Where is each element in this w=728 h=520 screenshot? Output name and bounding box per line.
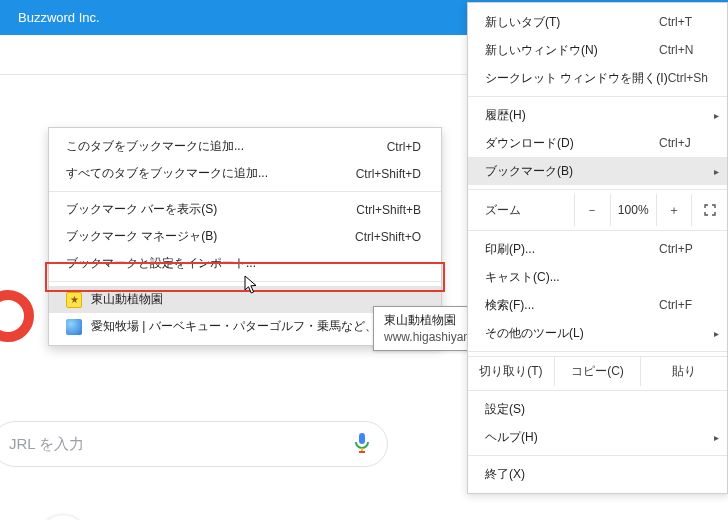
search-input[interactable]: JRL を入力 bbox=[0, 421, 388, 467]
menu-item-paste[interactable]: 貼り bbox=[641, 357, 727, 386]
menu-item-new-window[interactable]: 新しいウィンドウ(N) Ctrl+N bbox=[468, 36, 727, 64]
zoom-in-button[interactable]: ＋ bbox=[656, 194, 692, 226]
favicon-aichi bbox=[66, 319, 82, 335]
mic-icon[interactable] bbox=[353, 431, 371, 458]
mouse-cursor-icon bbox=[244, 275, 258, 295]
menu-separator bbox=[468, 455, 727, 456]
add-shortcut-button[interactable]: + bbox=[40, 515, 86, 520]
menu-separator bbox=[468, 351, 727, 352]
menu-item-bookmark-manager[interactable]: ブックマーク マネージャ(B) Ctrl+Shift+O bbox=[49, 223, 441, 250]
chrome-main-menu: 新しいタブ(T) Ctrl+T 新しいウィンドウ(N) Ctrl+N シークレッ… bbox=[467, 2, 728, 494]
menu-item-zoom: ズーム － 100% ＋ bbox=[468, 194, 727, 226]
menu-separator bbox=[49, 191, 441, 192]
menu-item-more-tools[interactable]: その他のツール(L) bbox=[468, 319, 727, 347]
menu-item-find[interactable]: 検索(F)... Ctrl+F bbox=[468, 291, 727, 319]
zoom-percent: 100% bbox=[610, 194, 656, 226]
menu-item-downloads[interactable]: ダウンロード(D) Ctrl+J bbox=[468, 129, 727, 157]
menu-separator bbox=[468, 96, 727, 97]
menu-item-show-bookmarks-bar[interactable]: ブックマーク バーを表示(S) Ctrl+Shift+B bbox=[49, 196, 441, 223]
menu-item-settings[interactable]: 設定(S) bbox=[468, 395, 727, 423]
menu-separator bbox=[468, 230, 727, 231]
menu-item-cut[interactable]: 切り取り(T) bbox=[468, 357, 555, 386]
menu-item-history[interactable]: 履歴(H) bbox=[468, 101, 727, 129]
menu-edit-row: 切り取り(T) コピー(C) 貼り bbox=[468, 356, 727, 386]
menu-separator bbox=[468, 189, 727, 190]
svg-rect-3 bbox=[359, 433, 365, 444]
menu-item-cast[interactable]: キャスト(C)... bbox=[468, 263, 727, 291]
menu-item-exit[interactable]: 終了(X) bbox=[468, 460, 727, 488]
google-logo-fragment bbox=[0, 290, 34, 342]
menu-item-help[interactable]: ヘルプ(H) bbox=[468, 423, 727, 451]
menu-item-new-tab[interactable]: 新しいタブ(T) Ctrl+T bbox=[468, 8, 727, 36]
menu-item-bookmarks[interactable]: ブックマーク(B) bbox=[468, 157, 727, 185]
menu-item-incognito[interactable]: シークレット ウィンドウを開く(I) Ctrl+Sh bbox=[468, 64, 727, 92]
search-placeholder: JRL を入力 bbox=[9, 435, 353, 454]
menu-item-bookmark-all-tabs[interactable]: すべてのタブをブックマークに追加... Ctrl+Shift+D bbox=[49, 160, 441, 187]
favicon-higashiyama: ★ bbox=[66, 292, 82, 308]
menu-separator bbox=[468, 390, 727, 391]
menu-item-import-bookmarks[interactable]: ブックマークと設定をインポート... bbox=[49, 250, 441, 277]
zoom-out-button[interactable]: － bbox=[574, 194, 610, 226]
menu-item-copy[interactable]: コピー(C) bbox=[555, 357, 642, 386]
menu-item-bookmark-this-tab[interactable]: このタブをブックマークに追加... Ctrl+D bbox=[49, 133, 441, 160]
fullscreen-button[interactable] bbox=[691, 194, 727, 226]
window-title: Buzzword Inc. bbox=[18, 10, 100, 25]
menu-item-print[interactable]: 印刷(P)... Ctrl+P bbox=[468, 235, 727, 263]
